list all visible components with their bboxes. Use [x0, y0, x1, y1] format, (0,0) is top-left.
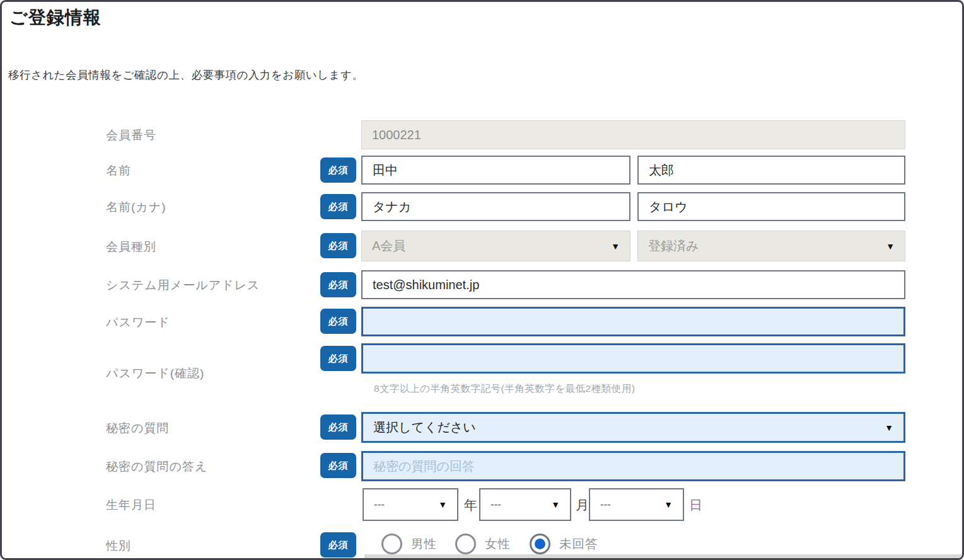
birth-day-select[interactable]: --- ▼: [589, 488, 684, 521]
member-type-select-value: A会員: [372, 237, 405, 254]
last-name-input[interactable]: [361, 156, 630, 185]
required-badge: 必須: [320, 309, 356, 334]
required-badge: 必須: [320, 453, 356, 478]
caret-down-icon: ▼: [551, 500, 560, 510]
system-email-label: システム用メールアドレス: [106, 277, 260, 294]
caret-down-icon: ▼: [611, 241, 620, 251]
month-suffix-label: 月: [576, 496, 589, 514]
radio-circle-icon: [455, 534, 476, 554]
gender-radio-female-label: 女性: [485, 535, 511, 552]
member-type-label: 会員種別: [106, 239, 156, 255]
birth-year-select[interactable]: --- ▼: [363, 488, 458, 521]
gender-radio-male-label: 男性: [411, 535, 437, 552]
birth-month-select-value: ---: [491, 498, 501, 511]
required-badge: 必須: [320, 233, 356, 258]
secret-answer-label: 秘密の質問の答え: [106, 459, 207, 475]
name-label: 名前: [106, 163, 131, 179]
caret-down-icon: ▼: [886, 241, 895, 251]
password-rule-hint: 8文字以上の半角英数字記号(半角英数字を最低2種類使用): [374, 382, 635, 396]
member-status-select: 登録済み ▼: [637, 231, 905, 261]
radio-circle-icon: [530, 534, 550, 554]
caret-down-icon: ▼: [885, 423, 893, 433]
caret-down-icon: ▼: [438, 500, 447, 510]
required-badge: 必須: [320, 272, 356, 297]
secret-question-label: 秘密の質問: [106, 420, 169, 437]
birth-year-select-value: ---: [374, 498, 385, 511]
password-input[interactable]: [361, 307, 905, 336]
member-number-input: [361, 120, 905, 149]
last-name-kana-input[interactable]: [361, 192, 630, 221]
first-name-kana-input[interactable]: [637, 192, 905, 221]
gender-radio-female[interactable]: 女性: [455, 534, 511, 554]
day-suffix-label: 日: [689, 496, 702, 514]
gender-label: 性別: [106, 538, 131, 554]
birthdate-label: 生年月日: [106, 497, 156, 513]
required-badge: 必須: [320, 346, 356, 371]
member-type-select: A会員 ▼: [361, 231, 630, 261]
year-suffix-label: 年: [464, 496, 477, 514]
member-number-label: 会員番号: [106, 127, 156, 144]
secret-question-select[interactable]: 選択してください ▼: [361, 412, 905, 443]
caret-down-icon: ▼: [664, 500, 673, 510]
password-confirm-input[interactable]: [361, 343, 905, 374]
name-kana-label: 名前(カナ): [106, 199, 166, 215]
first-name-input[interactable]: [637, 156, 905, 185]
birth-day-select-value: ---: [600, 498, 611, 511]
password-confirm-label: パスワード(確認): [106, 365, 204, 382]
required-badge: 必須: [320, 532, 356, 557]
gender-radio-noanswer[interactable]: 未回答: [530, 534, 598, 554]
page-description: 移行された会員情報をご確認の上、必要事項の入力をお願いします。: [8, 67, 363, 83]
page-title: ご登録情報: [9, 6, 102, 30]
secret-answer-input[interactable]: [361, 451, 905, 481]
required-badge: 必須: [320, 157, 356, 183]
gender-radio-noanswer-label: 未回答: [559, 535, 598, 552]
gender-radio-male[interactable]: 男性: [381, 534, 437, 554]
system-email-input[interactable]: [361, 270, 905, 299]
radio-circle-icon: [381, 534, 402, 554]
next-field-cutoff: [364, 554, 962, 558]
secret-question-select-value: 選択してください: [373, 419, 476, 436]
member-status-select-value: 登録済み: [648, 237, 699, 254]
required-badge: 必須: [320, 194, 356, 219]
registration-form-page: ご登録情報 移行された会員情報をご確認の上、必要事項の入力をお願いします。 会員…: [0, 0, 964, 560]
birth-month-select[interactable]: --- ▼: [479, 488, 571, 521]
password-label: パスワード: [106, 314, 170, 331]
required-badge: 必須: [320, 414, 356, 440]
